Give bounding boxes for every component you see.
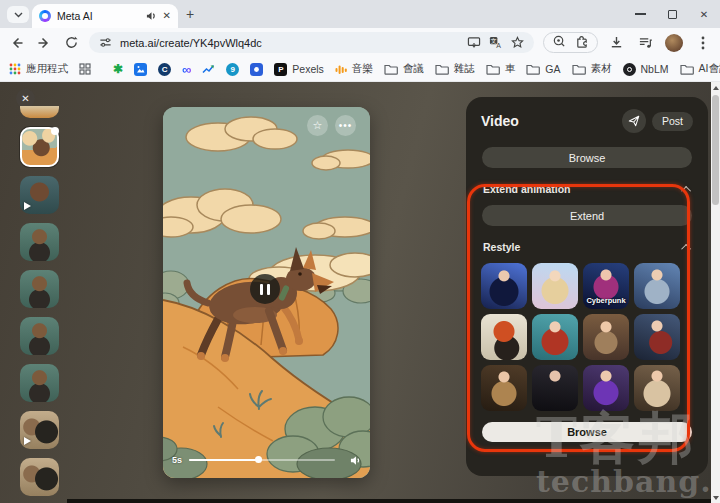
page-scrollbar[interactable]	[711, 82, 720, 503]
nblm-icon	[623, 63, 636, 76]
chevron-up-icon[interactable]	[681, 185, 691, 195]
tab-meta-ai[interactable]: Meta AI ✕	[32, 4, 178, 28]
pause-button[interactable]	[250, 274, 280, 304]
tab-close-icon[interactable]: ✕	[163, 11, 171, 21]
tab-audio-icon[interactable]	[146, 11, 157, 21]
bookmark-ai會議[interactable]: AI會議	[680, 62, 720, 76]
new-tab-button[interactable]: +	[186, 6, 194, 22]
extensions-puzzle-icon[interactable]	[575, 34, 589, 52]
video-tools-panel: Video Post Browse Extend animation Exten…	[466, 97, 708, 476]
favorite-star-button[interactable]: ☆	[307, 115, 328, 136]
scrollbar-up-arrow[interactable]	[711, 82, 720, 93]
chevron-down-icon	[14, 12, 23, 18]
panel-title: Video	[481, 113, 622, 129]
media-thumbnail-list	[20, 106, 60, 503]
selected-badge-dot	[51, 127, 59, 135]
bookmark-navy-circle[interactable]: C	[158, 63, 171, 76]
bookmark-blue-circle[interactable]: 9	[226, 63, 239, 76]
bookmark-label: 會議	[403, 62, 424, 76]
profile-avatar[interactable]	[665, 34, 683, 52]
meta-logo-icon: ∞	[182, 63, 191, 76]
bookmark-應用程式[interactable]: 應用程式	[9, 62, 68, 76]
extend-button[interactable]: Extend	[482, 205, 692, 226]
url-text[interactable]: meta.ai/create/YK4pvWlq4dc	[120, 37, 459, 49]
style-cyberpunk[interactable]: Cyberpunk	[583, 263, 629, 309]
window-close-button[interactable]: ✕	[688, 0, 720, 28]
thumbnail-man-dog-video[interactable]	[20, 411, 59, 449]
bookmark-ga[interactable]: GA	[526, 63, 560, 75]
style-storm-knight[interactable]	[634, 314, 680, 360]
forward-button[interactable]	[35, 34, 53, 52]
style-purple-cloak[interactable]	[583, 365, 629, 411]
style-rooster[interactable]	[481, 314, 527, 360]
thumbnail-boy-3[interactable]	[20, 317, 59, 355]
translate-icon[interactable]: 文A	[488, 35, 503, 50]
lens-search-icon[interactable]	[552, 34, 566, 52]
bookmark-blue-image[interactable]	[134, 63, 147, 76]
thumbnail-girl-video[interactable]	[20, 176, 59, 214]
bookmark-pexels[interactable]: PPexels	[274, 63, 324, 76]
send-button[interactable]	[622, 109, 646, 133]
bookmark-label: NbLM	[641, 63, 669, 75]
bookmark-line-chart[interactable]	[202, 63, 215, 75]
style-fur-coat[interactable]	[634, 365, 680, 411]
style-leopard-coat[interactable]	[481, 365, 527, 411]
browse-button-bottom[interactable]: Browse	[482, 422, 692, 442]
style-barn-rustic[interactable]	[583, 314, 629, 360]
more-options-button[interactable]: •••	[335, 115, 356, 136]
progress-knob[interactable]	[255, 456, 262, 463]
menu-kebab-icon[interactable]	[694, 34, 712, 52]
thumbnail-boy-2[interactable]	[20, 270, 59, 308]
reload-button[interactable]	[62, 34, 80, 52]
folder-icon	[572, 64, 586, 75]
bookmark-會議[interactable]: 會議	[384, 62, 424, 76]
scrollbar-thumb[interactable]	[712, 95, 719, 205]
style-pastel-blonde[interactable]	[532, 263, 578, 309]
folder-icon	[486, 64, 500, 75]
bookmark-音樂[interactable]: 音樂	[335, 62, 373, 76]
back-button[interactable]	[8, 34, 26, 52]
style-black-cloak[interactable]	[532, 365, 578, 411]
style-silver-armor[interactable]	[634, 263, 680, 309]
window-controls: ✕	[624, 0, 720, 28]
window-minimize-button[interactable]	[624, 0, 656, 28]
bookmark-nblm[interactable]: NbLM	[623, 63, 669, 76]
bookmark-素材[interactable]: 素材	[572, 62, 612, 76]
bookmarks-bar: 應用程式✱C∞9PPexels音樂會議雜誌車GA素材NbLMAI會議影片	[0, 57, 720, 82]
thumbnail-partial-top[interactable]	[20, 106, 59, 118]
bookmark-squares[interactable]	[79, 63, 91, 75]
thumbnail-boy-4[interactable]	[20, 364, 59, 402]
restyle-header[interactable]: Restyle	[483, 241, 691, 253]
bookmark-star-icon[interactable]	[510, 35, 525, 50]
volume-icon[interactable]	[350, 455, 361, 466]
send-to-device-icon[interactable]	[466, 35, 481, 50]
video-player[interactable]: ☆ ••• 5s	[163, 107, 370, 478]
bookmark-green-asterisk[interactable]: ✱	[113, 63, 123, 75]
site-settings-icon[interactable]	[98, 35, 113, 50]
tab-search-button[interactable]	[7, 6, 29, 23]
bookmark-blue-app[interactable]	[250, 63, 263, 76]
bookmark-雜誌[interactable]: 雜誌	[435, 62, 475, 76]
bookmark-label: GA	[545, 63, 560, 75]
thumbnail-man-dog-2[interactable]	[20, 458, 59, 496]
style-red-hair[interactable]	[532, 314, 578, 360]
window-maximize-button[interactable]	[656, 0, 688, 28]
extend-animation-header[interactable]: Extend animation	[483, 183, 691, 195]
panel-header: Video Post	[481, 109, 693, 133]
chevron-up-icon[interactable]	[681, 243, 691, 253]
progress-fill	[189, 459, 258, 462]
bookmark-車[interactable]: 車	[486, 62, 516, 76]
progress-bar[interactable]	[189, 459, 335, 462]
browse-button-top[interactable]: Browse	[482, 147, 692, 168]
media-playlist-icon[interactable]	[636, 34, 654, 52]
bookmark-meta-infinity[interactable]: ∞	[182, 63, 191, 76]
style-galaxy-brunette[interactable]	[481, 263, 527, 309]
scrollbar-down-arrow[interactable]	[711, 492, 720, 503]
folder-icon	[526, 64, 540, 75]
address-bar[interactable]: meta.ai/create/YK4pvWlq4dc 文A	[89, 32, 534, 53]
paper-plane-icon	[628, 115, 640, 127]
downloads-icon[interactable]	[607, 34, 625, 52]
thumbnail-dog-cartoon[interactable]	[20, 127, 59, 167]
thumbnail-boy-1[interactable]	[20, 223, 59, 261]
post-button[interactable]: Post	[652, 112, 693, 131]
